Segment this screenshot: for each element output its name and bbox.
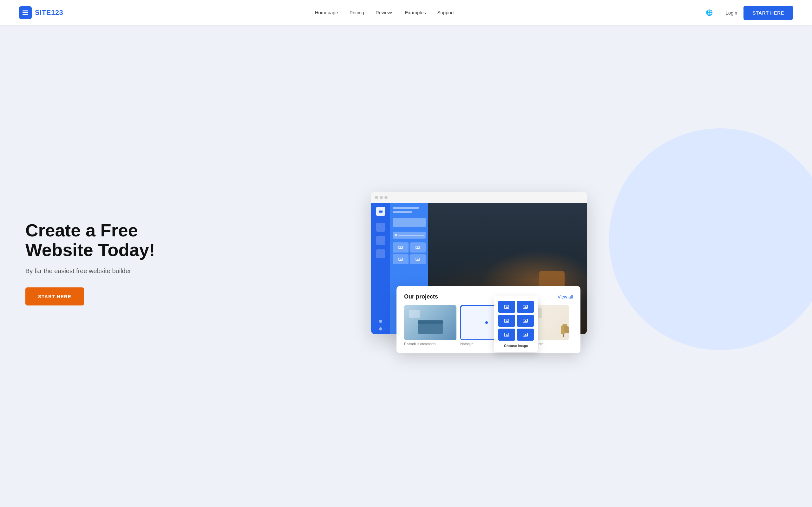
nav-support[interactable]: Support xyxy=(437,10,454,15)
panel-thumb-2 xyxy=(410,242,426,252)
svg-rect-0 xyxy=(22,10,28,11)
panel-color-box xyxy=(393,218,426,227)
sidebar-logo-icon xyxy=(378,209,383,214)
logo-lines-icon xyxy=(21,9,29,16)
sidebar-logo xyxy=(376,207,385,216)
sidebar-item-3 xyxy=(376,249,385,258)
projects-grid: Phasellus commodo xyxy=(404,305,573,346)
hero-section: Create a Free Website Today! By far the … xyxy=(0,25,812,507)
thumb1-decoration xyxy=(409,310,420,318)
panel-search-bar xyxy=(398,235,424,236)
navbar: SITE123 Homepage Pricing Reviews Example… xyxy=(0,0,812,25)
logo-text: SITE123 xyxy=(35,9,63,17)
project-item-1: Phasellus commodo xyxy=(404,305,456,346)
nav-right: 🌐 Login START HERE xyxy=(706,6,793,20)
panel-bar-2 xyxy=(393,211,412,213)
panel-thumb-grid xyxy=(393,242,426,264)
nav-examples[interactable]: Examples xyxy=(405,10,426,15)
picker-item-icon-2 xyxy=(523,305,528,308)
panel-thumb-4 xyxy=(410,254,426,264)
dot-1 xyxy=(375,196,378,199)
hero-left: Create a Free Website Today! By far the … xyxy=(26,221,159,305)
projects-header: Our projects View all xyxy=(404,293,573,300)
panel-search xyxy=(393,232,426,239)
hero-blob xyxy=(609,128,812,350)
nav-homepage[interactable]: Homepage xyxy=(315,10,338,15)
projects-title: Our projects xyxy=(404,293,438,300)
picker-grid xyxy=(498,301,534,341)
svg-rect-3 xyxy=(379,210,383,210)
panel-thumb-1 xyxy=(393,242,409,252)
panel-thumb-icon-4 xyxy=(415,258,420,261)
sidebar-item-1 xyxy=(376,223,385,232)
picker-item-6[interactable] xyxy=(517,329,534,341)
project-caption-1: Phasellus commodo xyxy=(404,342,456,346)
panel-thumb-icon-1 xyxy=(398,246,403,249)
login-link[interactable]: Login xyxy=(726,10,738,15)
plant xyxy=(563,324,564,337)
picker-item-icon-4 xyxy=(523,319,528,323)
mockup-wrapper: Our projects View all Phasellus commodo xyxy=(371,192,593,334)
thumb2-center-dot xyxy=(485,321,488,324)
dot-2 xyxy=(380,196,383,199)
picker-item-4[interactable] xyxy=(517,315,534,327)
start-here-button-hero[interactable]: START HERE xyxy=(26,287,84,305)
editor-top-bar xyxy=(371,192,587,203)
sidebar-circle-1 xyxy=(379,320,382,323)
nav-links: Homepage Pricing Reviews Examples Suppor… xyxy=(315,10,454,15)
sidebar-item-2 xyxy=(376,236,385,245)
logo[interactable]: SITE123 xyxy=(19,6,63,19)
svg-rect-2 xyxy=(22,14,28,15)
picker-item-icon-3 xyxy=(504,319,509,323)
sidebar-circle-2 xyxy=(379,327,382,331)
picker-item-icon-6 xyxy=(523,333,528,337)
picker-item-icon-5 xyxy=(504,333,509,337)
svg-rect-4 xyxy=(379,211,383,212)
logo-icon xyxy=(19,6,32,19)
panel-thumb-3 xyxy=(393,254,409,264)
hero-subtitle: By far the easiest free website builder xyxy=(26,268,159,275)
picker-label: Choose image xyxy=(498,344,534,348)
dot-3 xyxy=(385,196,388,199)
hero-right: Our projects View all Phasellus commodo xyxy=(171,192,793,334)
picker-item-3[interactable] xyxy=(498,315,515,327)
nav-pricing[interactable]: Pricing xyxy=(350,10,364,15)
project-thumb-1 xyxy=(404,305,456,340)
sofa xyxy=(418,324,443,334)
hero-title: Create a Free Website Today! xyxy=(26,221,159,260)
picker-item-icon-1 xyxy=(504,305,509,308)
picker-item-2[interactable] xyxy=(517,301,534,313)
svg-rect-1 xyxy=(22,12,28,13)
panel-search-icon xyxy=(395,234,397,236)
plant-leaf-right xyxy=(564,326,569,333)
panel-thumb-icon-2 xyxy=(415,246,420,249)
project-item-2: Choose image Natoque xyxy=(460,305,513,346)
picker-item-5[interactable] xyxy=(498,329,515,341)
panel-bar-1 xyxy=(393,207,419,209)
nav-reviews[interactable]: Reviews xyxy=(375,10,394,15)
svg-rect-5 xyxy=(379,212,383,213)
picker-item-1[interactable] xyxy=(498,301,515,313)
projects-card: Our projects View all Phasellus commodo xyxy=(397,286,580,353)
view-all-link[interactable]: View all xyxy=(558,294,573,299)
start-here-button-header[interactable]: START HERE xyxy=(744,6,793,20)
editor-dots xyxy=(375,196,388,199)
panel-thumb-icon-3 xyxy=(398,258,403,261)
nav-divider xyxy=(719,9,719,16)
image-picker: Choose image xyxy=(494,296,538,352)
editor-sidebar xyxy=(371,203,390,334)
thumb2-corner-tl xyxy=(460,305,462,307)
globe-icon[interactable]: 🌐 xyxy=(706,9,713,16)
